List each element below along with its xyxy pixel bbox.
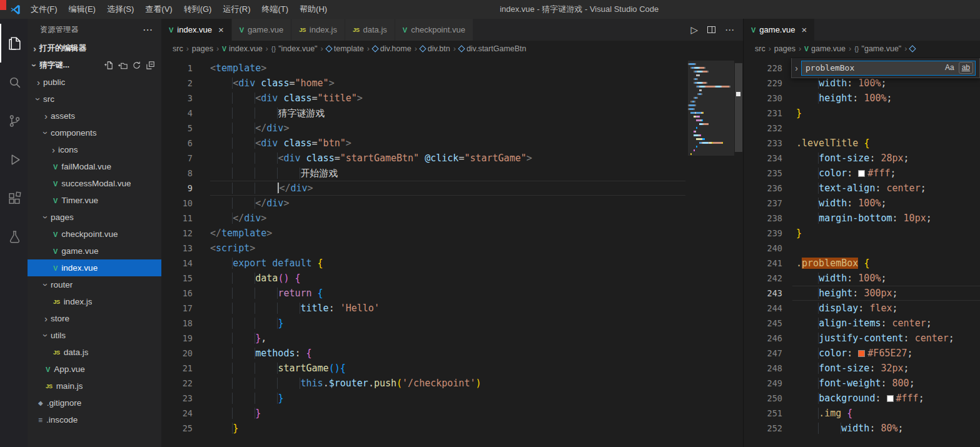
code-line-241[interactable]: 241.problemBox { xyxy=(744,256,980,271)
code-line-235[interactable]: 235 color: #fff; xyxy=(744,166,980,181)
menu-item[interactable]: 编辑(E) xyxy=(63,4,101,15)
tree-item-index.vue[interactable]: Vindex.vue xyxy=(28,259,161,276)
tree-item-successModal.vue[interactable]: VsuccessModal.vue xyxy=(28,175,161,192)
code-line-244[interactable]: 244 display: flex; xyxy=(744,301,980,316)
code-line-21[interactable]: 21 startGame(){ xyxy=(161,361,743,376)
code-line-237[interactable]: 237 width: 100%; xyxy=(744,196,980,211)
breadcrumb-item-pages[interactable]: pages xyxy=(192,44,213,53)
breadcrumb-item-index.vue[interactable]: Vindex.vue xyxy=(222,44,263,53)
code-line-236[interactable]: 236 text-align: center; xyxy=(744,181,980,196)
tree-item-assets[interactable]: ›assets xyxy=(28,108,161,124)
code-line-238[interactable]: 238 margin-bottom: 10px; xyxy=(744,211,980,226)
test-icon[interactable] xyxy=(0,218,28,256)
tree-item-.inscode[interactable]: ≡.inscode xyxy=(28,411,161,428)
breadcrumb-item-div.startGameBtn[interactable]: div.startGameBtn xyxy=(459,44,527,53)
code-line-19[interactable]: 19 }, xyxy=(161,331,743,346)
run-debug-icon[interactable] xyxy=(0,140,28,179)
code-line-247[interactable]: 247 color: #F65E27; xyxy=(744,346,980,361)
code-line-233[interactable]: 233.levelTitle { xyxy=(744,136,980,151)
tree-item-public[interactable]: ›public xyxy=(28,74,161,91)
code-line-12[interactable]: 12</template> xyxy=(161,226,743,241)
tree-item-index.js[interactable]: JSindex.js xyxy=(28,293,161,310)
breadcrumb-item-"game.vue"[interactable]: {}"game.vue" xyxy=(854,44,901,53)
code-line-17[interactable]: 17 title: 'Hello' xyxy=(161,301,743,316)
tree-item-src[interactable]: ›src xyxy=(28,91,161,108)
code-line-15[interactable]: 15 data() { xyxy=(161,271,743,286)
code-line-230[interactable]: 230 height: 100%; xyxy=(744,91,980,106)
code-line-249[interactable]: 249 font-weight: 800; xyxy=(744,376,980,391)
code-line-23[interactable]: 23 } xyxy=(161,391,743,406)
menu-item[interactable]: 运行(R) xyxy=(217,4,256,15)
code-line-242[interactable]: 242 width: 100%; xyxy=(744,271,980,286)
tree-item-game.vue[interactable]: Vgame.vue xyxy=(28,243,161,259)
close-icon[interactable]: × xyxy=(218,25,224,34)
code-line-2[interactable]: 2 <div class="home"> xyxy=(161,76,743,91)
code-line-8[interactable]: 8 开始游戏 xyxy=(161,166,743,181)
code-line-13[interactable]: 13<script> xyxy=(161,241,743,256)
code-line-231[interactable]: 231} xyxy=(744,106,980,121)
new-file-icon[interactable] xyxy=(104,61,114,70)
menu-item[interactable]: 帮助(H) xyxy=(294,4,333,15)
tab-index.vue[interactable]: Vindex.vue× xyxy=(161,19,232,41)
tree-item-failModal.vue[interactable]: VfailModal.vue xyxy=(28,158,161,175)
breadcrumb-item-"index.vue"[interactable]: {}"index.vue" xyxy=(271,44,318,53)
explorer-more-actions-icon[interactable]: ⋯ xyxy=(143,24,153,36)
tree-item-router[interactable]: ›router xyxy=(28,276,161,293)
split-editor-icon[interactable] xyxy=(707,26,715,33)
code-line-24[interactable]: 24 } xyxy=(161,406,743,421)
code-line-240[interactable]: 240 xyxy=(744,241,980,256)
tree-item-App.vue[interactable]: VApp.vue xyxy=(28,361,161,378)
collapse-all-icon[interactable] xyxy=(146,61,155,70)
match-case-button[interactable]: Aa xyxy=(942,63,957,73)
code-line-11[interactable]: 11 </div> xyxy=(161,211,743,226)
code-line-232[interactable]: 232 xyxy=(744,121,980,136)
code-line-16[interactable]: 16 return { xyxy=(161,286,743,301)
tree-item-.gitignore[interactable]: ◆.gitignore xyxy=(28,394,161,411)
code-line-22[interactable]: 22 this.$router.push('/checkpoint') xyxy=(161,376,743,391)
breadcrumb-item-game.vue[interactable]: Vgame.vue xyxy=(804,44,846,53)
tree-item-store[interactable]: ›store xyxy=(28,310,161,327)
code-line-243[interactable]: 243 height: 300px; xyxy=(744,286,980,301)
code-line-20[interactable]: 20 methods: { xyxy=(161,346,743,361)
code-line-248[interactable]: 248 font-size: 32px; xyxy=(744,361,980,376)
code-line-10[interactable]: 10 </div> xyxy=(161,196,743,211)
code-line-251[interactable]: 251 .img { xyxy=(744,406,980,421)
code-line-234[interactable]: 234 font-size: 28px; xyxy=(744,151,980,166)
scrollbar[interactable] xyxy=(734,57,743,447)
new-folder-icon[interactable] xyxy=(118,61,128,70)
code-line-239[interactable]: 239} xyxy=(744,226,980,241)
section-猜字谜...[interactable]: ›猜字谜... xyxy=(28,57,161,74)
code-line-245[interactable]: 245 align-items: center; xyxy=(744,316,980,331)
close-icon[interactable]: × xyxy=(801,25,807,34)
code-line-14[interactable]: 14 export default { xyxy=(161,256,743,271)
breadcrumb-item-template[interactable]: template xyxy=(326,44,364,53)
tree-item-icons[interactable]: ›icons xyxy=(28,141,161,158)
code-line-4[interactable]: 4 猜字谜游戏 xyxy=(161,106,743,121)
code-line-25[interactable]: 25 } xyxy=(161,421,743,436)
breadcrumb-item-symbol[interactable] xyxy=(910,46,917,51)
search-icon[interactable] xyxy=(0,63,28,101)
source-control-icon[interactable] xyxy=(0,101,28,140)
code-line-7[interactable]: 7 <div class="startGameBtn" @click="star… xyxy=(161,151,743,166)
menu-item[interactable]: 转到(G) xyxy=(178,4,218,15)
refresh-icon[interactable] xyxy=(132,61,141,70)
tree-item-Timer.vue[interactable]: VTimer.vue xyxy=(28,192,161,209)
code-line-3[interactable]: 3 <div class="title"> xyxy=(161,91,743,106)
explorer-icon[interactable] xyxy=(0,24,28,63)
tree-item-pages[interactable]: ›pages xyxy=(28,209,161,226)
find-input[interactable] xyxy=(802,63,942,73)
more-actions-icon[interactable]: ⋯ xyxy=(725,24,734,36)
tab-data.js[interactable]: JSdata.js xyxy=(345,19,395,41)
tab-index.js[interactable]: JSindex.js xyxy=(291,19,345,41)
find-toggle-replace-icon[interactable]: › xyxy=(792,58,801,78)
code-line-6[interactable]: 6 <div class="btn"> xyxy=(161,136,743,151)
code-line-250[interactable]: 250 background: #fff; xyxy=(744,391,980,406)
breadcrumb-item-src[interactable]: src xyxy=(173,44,183,53)
run-icon[interactable]: ▷ xyxy=(690,24,698,36)
tree-item-utils[interactable]: ›utils xyxy=(28,327,161,344)
breadcrumb-item-div.btn[interactable]: div.btn xyxy=(420,44,450,53)
code-line-1[interactable]: 1<template> xyxy=(161,61,743,76)
menu-item[interactable]: 文件(F) xyxy=(25,4,63,15)
minimap[interactable] xyxy=(688,61,734,447)
menu-item[interactable]: 终端(T) xyxy=(256,4,294,15)
